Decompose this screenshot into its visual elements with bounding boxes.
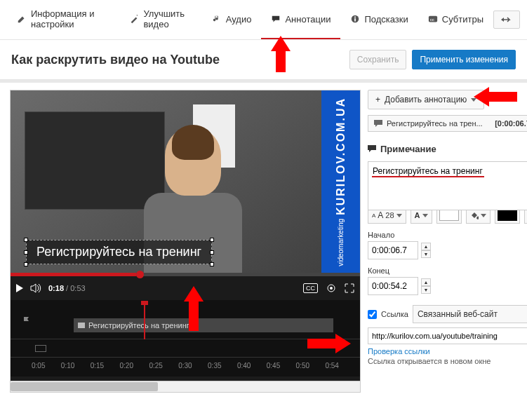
- current-time: 0:18: [48, 284, 64, 292]
- speech-icon: [368, 145, 376, 152]
- start-label: Начало: [368, 231, 527, 239]
- brand-url: KURILOV.COM.UA: [335, 97, 347, 215]
- tab-label: Улучшить видео: [143, 8, 192, 29]
- wand-icon: [129, 14, 139, 24]
- time-display: 0:18 / 0:53: [48, 284, 86, 292]
- link-row: Ссылка Связанный веб-сайт: [368, 305, 527, 323]
- flag-icon: [23, 317, 30, 325]
- tab-improve[interactable]: Улучшить видео: [119, 0, 201, 39]
- tab-label: Аудио: [226, 14, 252, 25]
- tick: 0:15: [91, 362, 104, 370]
- tick: 0:25: [149, 362, 162, 370]
- annotation-track[interactable]: Регистрируйтесь на тренинг: [11, 304, 360, 339]
- speech-icon: [374, 120, 382, 127]
- tab-audio[interactable]: Аудио: [202, 0, 262, 39]
- annotation-panel: + Добавить аннотацию Регистрируйтесь на …: [366, 90, 527, 393]
- svg-rect-2: [355, 17, 356, 18]
- speech-icon: [271, 14, 281, 24]
- tick: 0:30: [178, 362, 192, 370]
- item-time: [0:00:06.7]: [495, 119, 527, 128]
- loop-icon: [35, 345, 46, 352]
- tab-subtitles[interactable]: cc Субтитры: [418, 0, 493, 39]
- back-button[interactable]: [493, 11, 520, 29]
- note-section-header: Примечание: [368, 140, 527, 157]
- cc-icon: cc: [428, 14, 438, 24]
- end-time-input[interactable]: [368, 277, 418, 295]
- annotation-text-input[interactable]: [368, 161, 527, 210]
- chevron-down-icon: [481, 214, 486, 217]
- timeline-clip[interactable]: Регистрируйтесь на тренинг: [74, 318, 333, 332]
- save-button[interactable]: Сохранить: [349, 50, 407, 69]
- add-label: Добавить аннотацию: [385, 95, 467, 104]
- speech-icon: [78, 323, 85, 328]
- start-stepper: ▲ ▼: [421, 243, 431, 258]
- link-note: Ссылка открывается в новом окне: [368, 357, 527, 365]
- chevron-down-icon: [471, 98, 476, 102]
- page-title: Как раскрутить видео на Youtube: [11, 53, 220, 67]
- loop-track[interactable]: [11, 339, 360, 358]
- play-icon[interactable]: [16, 284, 23, 292]
- overlay-text: Регистрируйтесь на тренинг: [36, 245, 201, 259]
- video-brand-strip: KURILOV.COM.UA videomarketing: [321, 90, 360, 273]
- pencil-icon: [17, 14, 27, 24]
- font-size-icon: A: [372, 212, 375, 219]
- timeline: Регистрируйтесь на тренинг 0:05 0:10 0:1…: [11, 300, 360, 377]
- link-checkbox[interactable]: [368, 310, 377, 319]
- tick: 0:45: [267, 362, 280, 370]
- link-type-value: Связанный веб-сайт: [418, 309, 498, 319]
- end-label: Конец: [368, 266, 527, 275]
- horizontal-scrollbar[interactable]: [11, 381, 360, 392]
- time-ruler: 0:05 0:10 0:15 0:20 0:25 0:30 0:35 0:40 …: [11, 358, 360, 377]
- stepper-up[interactable]: ▲: [421, 243, 431, 250]
- tab-label: Информация и настройки: [31, 8, 109, 29]
- info-icon: [350, 14, 360, 24]
- note-icon: [212, 14, 222, 24]
- tick: 0:54: [325, 362, 338, 370]
- annotation-list-item[interactable]: Регистрируйтесь на трен... [0:00:06.7]: [368, 115, 527, 132]
- tab-label: Подсказки: [364, 14, 408, 25]
- tab-label: Субтитры: [442, 14, 483, 25]
- note-title: Примечание: [380, 144, 436, 154]
- tab-cards[interactable]: Подсказки: [340, 0, 418, 39]
- tab-label: Аннотации: [285, 14, 331, 25]
- seek-bar[interactable]: [11, 273, 360, 276]
- player-column: KURILOV.COM.UA videomarketing Регистриру…: [10, 90, 361, 393]
- start-time-row: ▲ ▼: [368, 241, 527, 259]
- start-time-input[interactable]: [368, 241, 418, 259]
- tick: 0:50: [296, 362, 309, 370]
- tick: 0:05: [32, 362, 45, 370]
- chevron-down-icon: [396, 214, 402, 217]
- svg-rect-1: [355, 18, 356, 21]
- tab-info[interactable]: Информация и настройки: [7, 0, 119, 39]
- svg-text:cc: cc: [429, 17, 434, 22]
- stepper-down[interactable]: ▼: [421, 286, 431, 294]
- plus-icon: +: [375, 95, 380, 104]
- tab-annotations[interactable]: Аннотации: [261, 0, 340, 39]
- svg-point-6: [330, 287, 333, 290]
- main-area: KURILOV.COM.UA videomarketing Регистриру…: [0, 80, 527, 400]
- clip-label: Регистрируйтесь на тренинг: [88, 321, 189, 330]
- stepper-down[interactable]: ▼: [421, 250, 431, 258]
- end-stepper: ▲ ▼: [421, 278, 431, 294]
- player-controls: 0:18 / 0:53 CC: [11, 276, 360, 300]
- playhead[interactable]: [144, 304, 145, 339]
- link-type-select[interactable]: Связанный веб-сайт: [413, 305, 527, 323]
- fullscreen-icon[interactable]: [345, 283, 354, 293]
- volume-icon[interactable]: [30, 283, 41, 293]
- link-url-input[interactable]: [368, 327, 527, 344]
- settings-icon[interactable]: [326, 283, 336, 293]
- video-preview[interactable]: KURILOV.COM.UA videomarketing Регистриру…: [11, 90, 360, 273]
- add-annotation-button[interactable]: + Добавить аннотацию: [368, 90, 484, 109]
- stepper-up[interactable]: ▲: [421, 278, 431, 286]
- cc-button[interactable]: CC: [303, 283, 318, 293]
- tick: 0:35: [208, 362, 221, 370]
- editor-tabs: Информация и настройки Улучшить видео Ау…: [0, 0, 527, 40]
- annotation-overlay[interactable]: Регистрируйтесь на тренинг: [26, 240, 212, 264]
- title-bar: Как раскрутить видео на Youtube Сохранит…: [0, 40, 527, 80]
- duration: 0:53: [70, 284, 85, 292]
- apply-button[interactable]: Применить изменения: [412, 50, 516, 69]
- tick: 0:20: [120, 362, 133, 370]
- brand-tagline: videomarketing: [337, 219, 345, 266]
- link-label: Ссылка: [381, 310, 408, 318]
- check-link-button[interactable]: Проверка ссылки: [368, 347, 527, 355]
